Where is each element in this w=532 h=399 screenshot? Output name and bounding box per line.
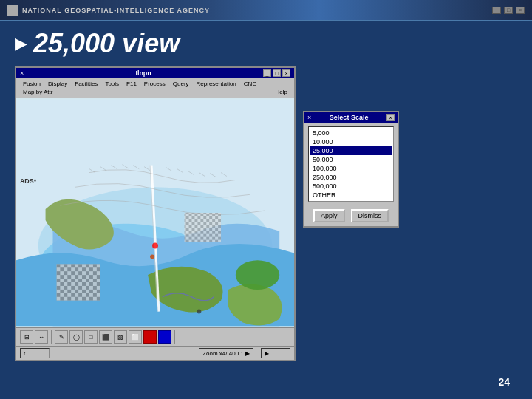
scale-dialog-title: Select Scale [330,114,369,121]
map-maximize-button[interactable]: □ [273,69,281,77]
scale-item-500000[interactable]: 500,000 [310,182,392,191]
title-row: ▶ 25,000 view [15,28,517,59]
toolbar-btn-3[interactable]: ✎ [55,330,68,344]
menu-facilities[interactable]: Facilities [71,80,101,88]
menu-representation[interactable]: Representation [193,80,240,88]
main-content: ▶ 25,000 view × Ilnpn _ □ × Fusion Displ… [0,21,532,399]
status-item-mode: t [20,348,50,358]
svg-point-16 [150,254,154,259]
scale-item-other[interactable]: OTHER [310,191,392,200]
scale-buttons: Apply Dismiss [304,205,398,226]
menu-cnc[interactable]: CNC [240,80,260,88]
svg-point-17 [197,310,201,314]
map-window: × Ilnpn _ □ × Fusion Display Facilities … [15,66,296,361]
toolbar-btn-blue[interactable] [158,330,171,344]
toolbar-group-1: ⊞ ↔ [20,330,52,344]
map-toolbar: ⊞ ↔ ✎ ◯ □ ⬛ ▧ ⬜ [16,327,294,346]
map-statusbar: t Zoom x4/ 400 1 ▶ ▶ [16,346,294,360]
map-svg: ADS* [16,98,294,327]
toolbar-btn-1[interactable]: ⊞ [20,330,33,344]
logo-icon [7,5,18,16]
toolbar-btn-6[interactable]: ⬛ [99,330,112,344]
menu-map-by-attr[interactable]: Map by Attr [19,88,56,96]
scale-dialog-icon: × [307,114,311,121]
content-area: × Ilnpn _ □ × Fusion Display Facilities … [15,66,517,372]
svg-text:ADS*: ADS* [20,177,37,185]
header-bar: NATIONAL GEOSPATIAL-INTELLIGENCE AGENCY … [0,0,532,21]
header-window-controls: _ □ × [492,7,525,14]
page-number: 24 [498,376,510,388]
toolbar-btn-5[interactable]: □ [84,330,98,344]
minimize-button[interactable]: _ [492,7,501,14]
map-minimize-button[interactable]: _ [263,69,271,77]
menu-f11[interactable]: F11 [123,80,140,88]
toolbar-btn-red[interactable] [143,330,157,344]
scale-dialog-close-button[interactable]: × [386,114,395,121]
scale-dialog-titlebar: × Select Scale × [304,112,398,123]
scale-item-100000[interactable]: 100,000 [310,164,392,173]
map-menubar: Fusion Display Facilities Tools F11 Proc… [16,78,294,98]
scale-dismiss-button[interactable]: Dismiss [351,209,389,222]
toolbar-btn-7[interactable]: ▧ [114,330,127,344]
menu-process[interactable]: Process [140,80,169,88]
scale-item-10000[interactable]: 10,000 [310,137,392,146]
agency-logo: NATIONAL GEOSPATIAL-INTELLIGENCE AGENCY [7,5,210,16]
header-title: NATIONAL GEOSPATIAL-INTELLIGENCE AGENCY [22,7,210,14]
scale-apply-button[interactable]: Apply [313,209,345,222]
scale-item-250000[interactable]: 250,000 [310,173,392,182]
play-icon: ▶ [15,35,27,52]
map-close-button[interactable]: × [282,69,290,77]
toolbar-btn-2[interactable]: ↔ [35,330,48,344]
map-area: ADS* [16,98,294,327]
map-window-controls: _ □ × [263,69,290,77]
scale-list[interactable]: 5,000 10,000 25,000 50,000 100,000 250,0… [308,126,394,202]
menu-display[interactable]: Display [44,80,71,88]
toolbar-group-2: ✎ ◯ □ ⬛ ▧ ⬜ [55,330,175,344]
select-scale-dialog: × Select Scale × 5,000 10,000 25,000 50,… [303,111,399,228]
map-window-title: Ilnpn [135,69,151,77]
map-icon: × [20,69,24,77]
menu-tools[interactable]: Tools [101,80,123,88]
close-button[interactable]: × [516,7,525,14]
map-titlebar: × Ilnpn _ □ × [16,68,294,78]
toolbar-btn-4[interactable]: ◯ [69,330,83,344]
status-item-extra: ▶ [261,348,290,358]
status-item-coords: Zoom x4/ 400 1 ▶ [199,348,253,358]
svg-point-31 [236,260,279,290]
bottom-area: 24 [15,372,517,392]
svg-rect-4 [185,213,221,242]
menu-fusion[interactable]: Fusion [19,80,44,88]
svg-rect-3 [56,264,100,300]
menu-help[interactable]: Help [272,88,291,96]
scale-item-50000[interactable]: 50,000 [310,155,392,164]
scale-item-25000[interactable]: 25,000 [310,146,392,155]
slide-title: 25,000 view [33,28,180,59]
svg-point-15 [152,243,158,249]
maximize-button[interactable]: □ [504,7,513,14]
toolbar-btn-8[interactable]: ⬜ [129,330,142,344]
menu-query[interactable]: Query [169,80,193,88]
scale-item-5000[interactable]: 5,000 [310,129,392,137]
